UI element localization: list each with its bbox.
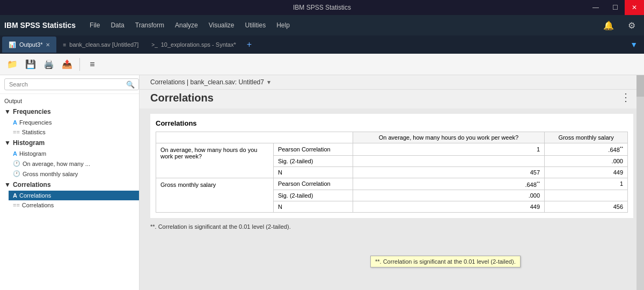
vertical-scrollbar[interactable] <box>636 75 644 290</box>
bell-icon[interactable]: 🔔 <box>599 18 618 33</box>
correlations-a-icon: A <box>13 192 17 199</box>
toolbar: 📁 💾 🖨️ 📤 ≡ <box>0 54 644 75</box>
menu-transform[interactable]: Transform <box>130 18 170 32</box>
gross-salary-histogram-icon: 🕐 <box>13 170 20 177</box>
window-title: IBM SPSS Statistics <box>293 4 351 11</box>
print-button[interactable]: 🖨️ <box>41 56 57 73</box>
tab-syntax[interactable]: >_ 10_exploration.sps - Syntax* <box>145 37 242 53</box>
scrollbar-thumb[interactable] <box>636 75 644 97</box>
nav-on-average-histogram-label: On average, how many ... <box>23 161 90 167</box>
n-label-2: N <box>273 201 353 213</box>
nav-frequencies-label: Frequencies <box>19 119 52 126</box>
window-controls: — ☐ ✕ <box>586 0 644 15</box>
sig-label-1: Sig. (2-tailed) <box>273 155 353 166</box>
main-layout: 🔍 Output ▼ Frequencies A Frequencies == … <box>0 75 644 290</box>
output-header-row: Correlations ⋮ <box>140 90 644 108</box>
gear-icon[interactable]: ⚙ <box>624 18 640 33</box>
sig-val-hours-hours <box>353 155 544 166</box>
close-button[interactable]: ✕ <box>625 0 644 15</box>
n-label-1: N <box>273 166 353 178</box>
collapse-histogram-icon: ▼ <box>4 139 11 147</box>
tab-add-button[interactable]: + <box>243 40 256 49</box>
menu-visualize[interactable]: Visualize <box>203 18 240 32</box>
save-button[interactable]: 💾 <box>23 56 39 73</box>
content-scroll[interactable]: Correlations | bank_clean.sav: Untitled7… <box>140 75 644 290</box>
n-val-salary-hours: 449 <box>353 201 544 213</box>
nav-tree: Output ▼ Frequencies A Frequencies == St… <box>0 94 139 290</box>
collapse-correlations-icon: ▼ <box>4 181 11 189</box>
tab-bank-clean[interactable]: ≡ bank_clean.sav [Untitled7] <box>56 37 145 53</box>
frequencies-children: A Frequencies == Statistics <box>0 118 139 137</box>
breadcrumb-chevron[interactable]: ▾ <box>267 78 270 86</box>
nav-section-frequencies-label: Frequencies <box>13 108 51 115</box>
nav-output-label: Output <box>4 98 22 104</box>
menu-analyze[interactable]: Analyze <box>170 18 203 32</box>
sidebar: 🔍 Output ▼ Frequencies A Frequencies == … <box>0 75 140 290</box>
output-title: Correlations <box>140 90 224 108</box>
collapse-frequencies-icon: ▼ <box>4 108 11 115</box>
row-hours-label: On average, how many hours do you work p… <box>156 143 274 178</box>
correlations-eq-icon: == <box>13 202 20 208</box>
nav-statistics-label: Statistics <box>22 129 46 135</box>
pearson-val-salary-hours: .648** <box>353 178 544 190</box>
search-input[interactable] <box>4 78 139 90</box>
nav-on-average-histogram[interactable]: 🕐 On average, how many ... <box>9 158 139 169</box>
nav-section-correlations[interactable]: ▼ Correlations <box>0 179 139 191</box>
tab-syntax-icon: >_ <box>151 42 157 48</box>
footnote: **. Correlation is significant at the 0.… <box>140 223 644 230</box>
toolbar-divider <box>79 58 80 71</box>
sig-label-2: Sig. (2-tailed) <box>273 190 353 201</box>
pearson-label-1: Pearson Correlation <box>273 143 353 156</box>
nav-frequencies[interactable]: A Frequencies <box>9 118 139 127</box>
three-dots-menu[interactable]: ⋮ <box>618 90 633 105</box>
nav-statistics[interactable]: == Statistics <box>9 127 139 137</box>
nav-output: Output <box>0 96 139 106</box>
row-salary-label: Gross monthly salary <box>156 178 274 213</box>
table-title: Correlations <box>156 119 628 127</box>
nav-correlations-eq[interactable]: == Correlations <box>9 200 139 210</box>
n-val-salary-salary: 456 <box>545 201 628 213</box>
tab-bank-icon: ≡ <box>63 42 66 48</box>
nav-correlations-a[interactable]: A Correlations <box>9 191 139 200</box>
search-icon[interactable]: 🔍 <box>126 81 135 89</box>
tab-syntax-label: 10_exploration.sps - Syntax* <box>161 41 236 48</box>
nav-histogram[interactable]: A Histogram <box>9 149 139 158</box>
breadcrumb: Correlations | bank_clean.sav: Untitled7 <box>150 78 264 86</box>
pearson-val-salary-salary: 1 <box>545 178 628 190</box>
menu-utilities[interactable]: Utilities <box>240 18 272 32</box>
tab-overflow-arrow[interactable]: ▼ <box>626 40 642 49</box>
nav-section-frequencies[interactable]: ▼ Frequencies <box>0 106 139 118</box>
tab-bank-label: bank_clean.sav [Untitled7] <box>69 41 138 48</box>
histogram-children: A Histogram 🕐 On average, how many ... 🕐… <box>0 149 139 179</box>
nav-correlations-a-label: Correlations <box>19 192 51 199</box>
tab-output3[interactable]: 📊 Output3* ✕ <box>2 37 56 53</box>
table-container: Correlations On average, how many hours … <box>150 114 633 218</box>
export-button[interactable]: 📤 <box>59 56 75 73</box>
pearson-val-hours-hours: 1 <box>353 143 544 156</box>
list-button[interactable]: ≡ <box>84 56 100 73</box>
nav-section-correlations-label: Correlations <box>13 181 51 189</box>
tab-output3-icon: 📊 <box>9 41 16 48</box>
sig-val-hours-salary: .000 <box>545 155 628 166</box>
n-val-hours-salary: 449 <box>545 166 628 178</box>
minimize-button[interactable]: — <box>586 0 605 15</box>
histogram-icon: A <box>13 150 17 157</box>
tab-output3-label: Output3* <box>19 41 42 48</box>
nav-gross-salary-histogram[interactable]: 🕐 Gross monthly salary <box>9 169 139 179</box>
col-header-salary: Gross monthly salary <box>545 132 628 143</box>
sig-val-salary-salary <box>545 190 628 201</box>
maximize-button[interactable]: ☐ <box>605 0 625 15</box>
title-bar: IBM SPSS Statistics — ☐ ✕ <box>0 0 644 15</box>
nav-section-histogram[interactable]: ▼ Histogram <box>0 137 139 149</box>
tab-bar: 📊 Output3* ✕ ≡ bank_clean.sav [Untitled7… <box>0 35 644 54</box>
statistics-icon: == <box>13 129 20 135</box>
pearson-val-hours-salary: .648** <box>545 143 628 156</box>
tab-output3-close[interactable]: ✕ <box>46 42 50 48</box>
open-button[interactable]: 📁 <box>4 56 20 73</box>
output-header: Correlations | bank_clean.sav: Untitled7… <box>140 75 644 90</box>
n-val-hours-hours: 457 <box>353 166 544 178</box>
menu-data[interactable]: Data <box>105 18 129 32</box>
app-logo: IBM SPSS Statistics <box>4 21 76 30</box>
menu-file[interactable]: File <box>84 18 105 32</box>
menu-help[interactable]: Help <box>271 18 295 32</box>
